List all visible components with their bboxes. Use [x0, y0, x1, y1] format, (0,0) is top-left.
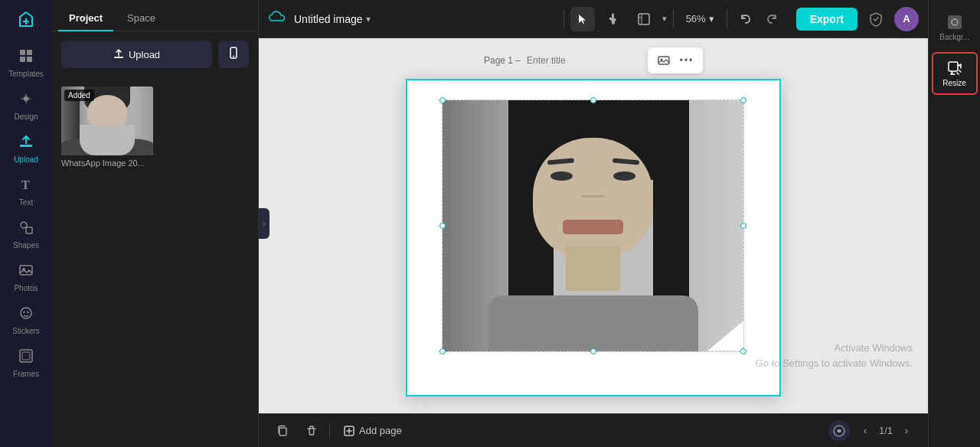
canvas-image-content — [443, 100, 743, 351]
photos-icon — [18, 263, 34, 282]
top-toolbar: Untitled image ▾ ▾ 56% — [259, 0, 928, 38]
sidebar-item-stickers[interactable]: Stickers — [5, 300, 47, 340]
sidebar-item-frames[interactable]: Frames — [5, 343, 47, 383]
svg-rect-4 — [20, 57, 25, 62]
undo-icon — [740, 13, 752, 25]
next-page-button[interactable]: › — [897, 422, 916, 440]
zoom-control[interactable]: 56% ▾ — [680, 10, 720, 28]
tab-space[interactable]: Space — [116, 6, 166, 31]
toolbar-separator-3 — [727, 10, 727, 28]
svg-rect-18 — [114, 57, 123, 58]
svg-point-15 — [27, 311, 28, 312]
canvas-page[interactable] — [406, 79, 781, 396]
app-logo[interactable] — [12, 6, 40, 34]
resize-handle-rm[interactable] — [740, 223, 746, 229]
add-page-button[interactable]: Add page — [336, 421, 410, 440]
layout-tool-button[interactable] — [632, 7, 656, 31]
left-eyebrow — [547, 158, 574, 165]
svg-rect-5 — [27, 57, 32, 62]
layout-caret-icon[interactable]: ▾ — [662, 14, 667, 24]
sidebar-item-design[interactable]: Design — [5, 86, 47, 126]
panel-actions: Upload — [52, 31, 258, 77]
right-eyebrow — [612, 158, 639, 165]
hand-tool-button[interactable] — [601, 7, 626, 31]
mobile-icon — [227, 47, 240, 59]
page-title-input[interactable] — [527, 55, 642, 66]
redo-button[interactable] — [760, 7, 784, 31]
resize-handle-lm[interactable] — [439, 223, 446, 229]
svg-rect-11 — [20, 266, 32, 275]
panel-tabs: Project Space — [52, 0, 258, 31]
right-panel: Backgr... Resize — [928, 0, 980, 447]
shield-icon[interactable] — [864, 7, 888, 31]
frames-icon — [18, 348, 34, 367]
right-panel-resize[interactable]: Resize — [932, 52, 978, 95]
resize-handle-bl[interactable] — [439, 348, 446, 354]
document-title: Untitled image — [294, 13, 363, 25]
layout-icon — [638, 13, 650, 25]
document-title-area[interactable]: Untitled image ▾ — [294, 13, 371, 25]
prev-page-button[interactable]: ‹ — [856, 422, 874, 440]
sidebar-item-label-templates: Templates — [8, 70, 44, 78]
page-more-action-button[interactable]: ••• — [677, 51, 697, 70]
svg-rect-31 — [948, 15, 962, 29]
cloud-save-icon[interactable] — [268, 10, 285, 28]
svg-rect-17 — [22, 352, 30, 360]
svg-rect-16 — [20, 350, 32, 362]
sidebar-item-label-text: Text — [19, 198, 33, 207]
title-caret-icon: ▾ — [366, 14, 371, 24]
canvas-image-frame[interactable] — [442, 100, 744, 352]
resize-handle-tm[interactable] — [590, 97, 596, 103]
ai-assistant-icon[interactable] — [828, 420, 850, 442]
panel-collapse-handle[interactable]: › — [259, 208, 270, 239]
sidebar-item-templates[interactable]: Templates — [5, 43, 47, 83]
left-eye — [550, 171, 572, 181]
resize-handle-tr[interactable] — [740, 97, 746, 103]
page-image-action-button[interactable] — [654, 51, 674, 70]
sidebar-item-upload[interactable]: Upload — [5, 129, 47, 168]
ai-icon — [832, 424, 846, 438]
page-actions: ••• — [648, 47, 703, 73]
undo-redo-group — [733, 7, 784, 31]
sidebar-item-photos[interactable]: Photos — [5, 257, 47, 297]
lips — [563, 220, 623, 234]
sidebar-item-text[interactable]: T Text — [5, 171, 47, 211]
upload-btn-icon — [113, 49, 124, 60]
user-avatar[interactable]: A — [894, 7, 919, 31]
image-filename: WhatsApp Image 20... — [61, 158, 153, 168]
sidebar-item-label-design: Design — [14, 113, 38, 121]
resize-handle-bm[interactable] — [590, 348, 596, 354]
resize-icon — [946, 60, 963, 77]
svg-point-20 — [233, 56, 234, 57]
tab-project[interactable]: Project — [58, 6, 113, 31]
upload-button[interactable]: Upload — [61, 41, 212, 68]
resize-handle-br[interactable] — [740, 348, 746, 354]
undo-button[interactable] — [733, 7, 758, 31]
sidebar-item-label-photos: Photos — [14, 284, 38, 292]
pointer-tool-button[interactable] — [570, 7, 595, 31]
page-label: Page 1 – — [484, 55, 521, 66]
list-item[interactable]: Added WhatsApp Image 20... — [61, 86, 153, 168]
more-icon: ••• — [680, 55, 694, 66]
redo-icon — [766, 13, 778, 25]
panel-images: Added WhatsApp Image 20... — [52, 77, 258, 177]
delete-page-button[interactable] — [300, 419, 323, 442]
pointer-icon — [577, 13, 589, 25]
add-page-icon — [344, 426, 354, 436]
bottom-separator — [329, 423, 330, 439]
export-button[interactable]: Export — [796, 8, 858, 31]
shoulders — [488, 295, 698, 351]
svg-rect-7 — [20, 145, 32, 147]
bottom-toolbar: Add page ‹ 1/1 › — [259, 413, 928, 447]
sidebar-item-shapes[interactable]: Shapes — [5, 214, 47, 254]
right-panel-background[interactable]: Backgr... — [932, 6, 978, 49]
cloud-icon — [268, 10, 285, 24]
copy-page-button[interactable] — [271, 419, 294, 442]
text-icon: T — [18, 177, 34, 196]
face-skin — [533, 138, 653, 258]
mobile-icon-button[interactable] — [218, 41, 249, 68]
resize-handle-tl[interactable] — [439, 97, 446, 103]
image-thumbnail[interactable]: Added — [61, 86, 153, 155]
nose — [581, 195, 605, 197]
design-icon — [18, 91, 34, 110]
